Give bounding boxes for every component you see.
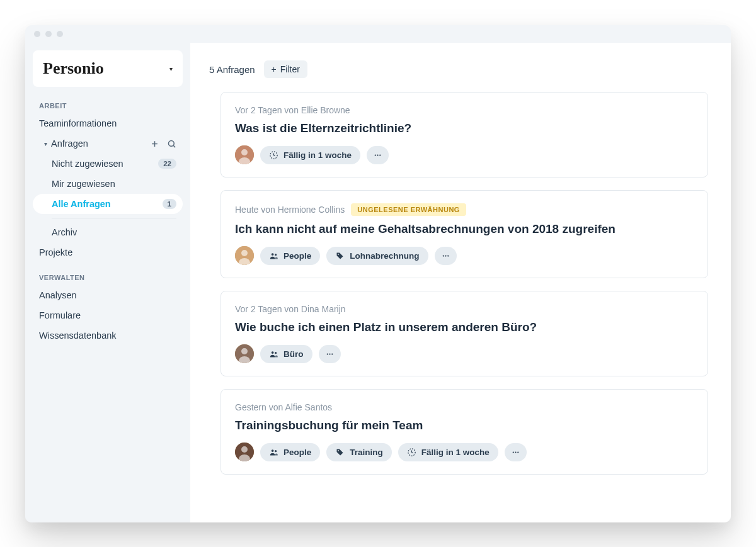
svg-point-9	[377, 154, 378, 155]
svg-point-37	[517, 451, 518, 453]
tag-label: Fällig in 1 woche	[421, 448, 490, 457]
sidebar-item[interactable]: Projekte	[33, 242, 183, 262]
tag-pill[interactable]: Büro	[260, 345, 312, 363]
app-body: Personio ▾ ARBEITTeaminformationen▾Anfra…	[25, 43, 731, 522]
svg-line-3	[173, 145, 175, 147]
card-footer: PeopleLohnabrechnung	[235, 246, 694, 265]
card-title: Was ist die Elternzeitrichtlinie?	[235, 121, 694, 135]
card-meta: Vor 2 Tagen von Dina Marijn	[235, 304, 694, 314]
tag-pill[interactable]: Training	[326, 443, 392, 461]
avatar[interactable]	[235, 145, 254, 164]
svg-point-23	[272, 351, 274, 354]
window-dot	[57, 31, 63, 37]
sidebar: Personio ▾ ARBEITTeaminformationen▾Anfra…	[25, 43, 190, 522]
card-meta-text: Vor 2 Tagen von Ellie Browne	[235, 105, 350, 115]
clock-icon	[407, 448, 416, 457]
tag-icon	[335, 448, 345, 457]
tag-label: Lohnabrechnung	[350, 251, 419, 261]
mention-badge: UNGELESENE ERWÄHNUNG	[351, 203, 466, 216]
request-card[interactable]: Vor 2 Tagen von Dina MarijnWie buche ich…	[220, 291, 708, 376]
card-title: Trainingsbuchung für mein Team	[235, 419, 694, 432]
sidebar-item[interactable]: Teaminformationen	[33, 113, 183, 133]
dots-icon	[373, 150, 382, 160]
sidebar-item-label: Mir zugewiesen	[52, 179, 115, 189]
card-meta: Gestern von Alfie Santos	[235, 402, 694, 412]
svg-point-21	[241, 348, 248, 354]
card-meta-text: Vor 2 Tagen von Dina Marijn	[235, 304, 346, 314]
tag-pill[interactable]: People	[260, 247, 320, 265]
more-button[interactable]	[319, 345, 341, 363]
request-card[interactable]: Vor 2 Tagen von Ellie BrowneWas ist die …	[220, 92, 708, 178]
svg-point-25	[326, 353, 328, 354]
sidebar-item-label: Archiv	[52, 227, 77, 237]
people-icon	[269, 251, 278, 261]
card-footer: PeopleTrainingFällig in 1 woche	[235, 443, 694, 461]
tag-label: Training	[350, 448, 383, 457]
plus-icon[interactable]	[150, 139, 159, 149]
tag-icon	[335, 251, 345, 261]
svg-point-15	[275, 254, 277, 256]
request-count: 5 Anfragen	[209, 64, 255, 75]
more-button[interactable]	[435, 247, 457, 265]
tag-label: Büro	[284, 349, 304, 359]
sidebar-item-label: Alle Anfragen	[52, 199, 111, 209]
svg-point-18	[445, 255, 446, 256]
dots-icon	[511, 448, 520, 457]
sidebar-subitem[interactable]: Archiv	[33, 222, 183, 242]
sidebar-item[interactable]: ▾Anfragen	[33, 133, 183, 154]
toolbar: 5 Anfragen + Filter	[209, 60, 708, 78]
brand-switcher[interactable]: Personio ▾	[33, 50, 183, 87]
svg-point-8	[375, 154, 376, 155]
tag-pill[interactable]: Lohnabrechnung	[326, 247, 428, 265]
tag-label: Fällig in 1 woche	[284, 150, 352, 160]
tag-pill[interactable]: Fällig in 1 woche	[398, 443, 498, 461]
filter-button[interactable]: + Filter	[264, 60, 307, 78]
svg-point-10	[379, 154, 381, 155]
svg-point-32	[275, 450, 277, 452]
sidebar-subitem[interactable]: Mir zugewiesen	[33, 174, 183, 194]
count-badge: 1	[163, 199, 176, 209]
sidebar-subitem[interactable]: Alle Anfragen1	[33, 194, 183, 214]
request-card[interactable]: Heute von Hermione CollinsUNGELESENE ERW…	[220, 190, 708, 278]
divider	[52, 218, 176, 218]
card-title: Ich kann nicht auf meine Gehaltsabrechnu…	[235, 222, 694, 236]
sidebar-item[interactable]: Analysen	[33, 285, 183, 305]
plus-icon: +	[272, 64, 277, 74]
main-content: 5 Anfragen + Filter Vor 2 Tagen von Elli…	[190, 43, 731, 522]
search-icon[interactable]	[167, 139, 176, 149]
caret-icon: ▾	[44, 140, 47, 147]
tag-pill[interactable]: People	[260, 443, 320, 461]
window-dot	[34, 31, 40, 37]
card-meta: Heute von Hermione CollinsUNGELESENE ERW…	[235, 203, 694, 216]
svg-point-35	[512, 451, 513, 453]
request-card[interactable]: Gestern von Alfie SantosTrainingsbuchung…	[220, 389, 708, 475]
sidebar-item-label: Nicht zugewiesen	[52, 159, 123, 169]
people-icon	[269, 349, 278, 359]
svg-point-36	[515, 451, 516, 453]
svg-point-26	[329, 353, 330, 354]
svg-point-24	[275, 352, 277, 354]
sidebar-item[interactable]: Formulare	[33, 305, 183, 325]
avatar[interactable]	[235, 246, 254, 265]
tag-pill[interactable]: Fällig in 1 woche	[260, 146, 360, 164]
app-window: Personio ▾ ARBEITTeaminformationen▾Anfra…	[25, 25, 731, 522]
sidebar-subitem[interactable]: Nicht zugewiesen22	[33, 154, 183, 174]
more-button[interactable]	[505, 443, 527, 461]
avatar[interactable]	[235, 344, 254, 363]
chevron-down-icon: ▾	[169, 65, 173, 72]
card-meta-text: Heute von Hermione Collins	[235, 205, 345, 215]
people-icon	[269, 448, 278, 457]
svg-point-2	[169, 140, 175, 146]
svg-point-33	[338, 450, 339, 451]
card-meta-text: Gestern von Alfie Santos	[235, 402, 332, 412]
card-meta: Vor 2 Tagen von Ellie Browne	[235, 105, 694, 115]
sidebar-item-label: Teaminformationen	[39, 118, 117, 128]
dots-icon	[441, 251, 450, 261]
clock-icon	[269, 150, 278, 160]
svg-point-16	[338, 254, 339, 255]
sidebar-item-label: Projekte	[39, 247, 72, 257]
sidebar-item[interactable]: Wissensdatenbank	[33, 325, 183, 346]
more-button[interactable]	[367, 146, 389, 164]
avatar[interactable]	[235, 443, 254, 461]
sidebar-section-label: VERWALTEN	[33, 262, 183, 285]
